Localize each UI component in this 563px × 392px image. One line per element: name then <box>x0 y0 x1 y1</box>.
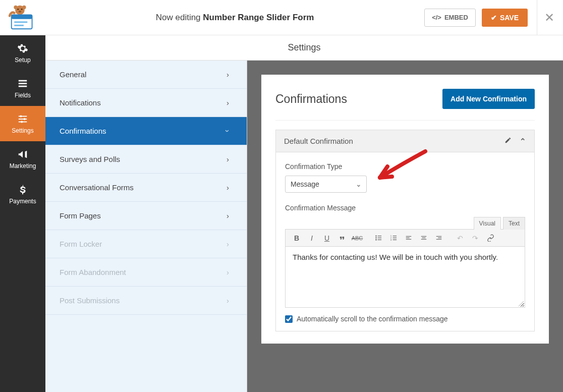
editor-toolbar: B I U ABC 123 ↶ ↷ <box>286 230 525 247</box>
check-icon: ✔ <box>491 14 497 22</box>
svg-rect-22 <box>377 238 381 238</box>
italic-button[interactable]: I <box>305 232 319 245</box>
sidebar-item-label: Surveys and Polls <box>60 155 120 163</box>
svg-rect-12 <box>19 85 27 87</box>
autoscroll-checkbox-row[interactable]: Automatically scroll to the confirmation… <box>285 315 525 323</box>
svg-point-16 <box>24 118 26 120</box>
sidebar-item-formlocker[interactable]: Form Locker › <box>45 230 247 258</box>
svg-rect-34 <box>421 236 427 236</box>
autoscroll-checkbox[interactable] <box>285 315 293 323</box>
form-name: Number Range Slider Form <box>203 13 314 22</box>
sidebar-item-surveys[interactable]: Surveys and Polls › <box>45 145 247 174</box>
sidebar-item-formpages[interactable]: Form Pages › <box>45 202 247 230</box>
save-button[interactable]: ✔ SAVE <box>482 9 528 27</box>
embed-button[interactable]: </> EMBED <box>424 9 476 27</box>
collapse-icon[interactable]: ⌃ <box>520 137 526 146</box>
svg-rect-36 <box>421 239 427 239</box>
align-right-button[interactable] <box>432 232 446 245</box>
list-icon <box>17 78 28 89</box>
editor-tab-visual[interactable]: Visual <box>474 217 501 230</box>
sidebar-item-conversational[interactable]: Conversational Forms › <box>45 174 247 202</box>
link-button[interactable] <box>483 232 497 245</box>
left-nav: Setup Fields Settings Marketing Payments <box>0 35 45 392</box>
svg-point-23 <box>375 239 377 241</box>
sidebar-item-label: Notifications <box>60 98 101 107</box>
svg-point-3 <box>19 11 22 13</box>
svg-rect-15 <box>19 119 27 120</box>
chevron-right-icon: › <box>227 240 229 248</box>
close-button[interactable]: ✕ <box>537 0 554 35</box>
add-confirmation-button[interactable]: Add New Confirmation <box>442 89 535 109</box>
svg-text:3: 3 <box>390 239 391 241</box>
sidebar-item-abandonment[interactable]: Form Abandonment › <box>45 258 247 287</box>
sidebar-item-label: Confirmations <box>60 127 106 135</box>
svg-rect-26 <box>392 236 397 236</box>
nav-setup[interactable]: Setup <box>0 35 45 71</box>
bullet-list-button[interactable] <box>371 232 385 245</box>
card-header: Confirmations Add New Confirmation <box>275 89 535 121</box>
main-content: Confirmations Add New Confirmation Defau… <box>247 61 563 392</box>
nav-fields[interactable]: Fields <box>0 71 45 106</box>
sidebar-item-label: Form Locker <box>60 240 102 248</box>
editing-prefix: Now editing <box>156 13 203 22</box>
svg-rect-32 <box>406 237 410 238</box>
chevron-down-icon: › <box>223 130 232 132</box>
sidebar-item-label: Form Pages <box>60 211 101 220</box>
svg-rect-24 <box>377 240 381 240</box>
quote-button[interactable] <box>335 232 349 245</box>
align-center-button[interactable] <box>417 232 431 245</box>
svg-rect-20 <box>377 236 381 236</box>
svg-rect-39 <box>436 239 442 239</box>
nav-settings[interactable]: Settings <box>0 106 45 141</box>
chevron-right-icon: › <box>227 98 229 107</box>
sidebar-item-general[interactable]: General › <box>45 61 247 89</box>
numbered-list-button[interactable]: 123 <box>386 232 401 245</box>
undo-button[interactable]: ↶ <box>453 232 467 245</box>
confirmation-item-header[interactable]: Default Confirmation ⌃ <box>276 130 534 152</box>
editing-title: Now editing Number Range Slider Form <box>45 13 424 23</box>
svg-rect-31 <box>406 236 412 236</box>
edit-icon[interactable] <box>504 137 512 146</box>
svg-rect-10 <box>19 80 27 81</box>
confirmation-item-body: Confirmation Type Message ⌄ Confirmation… <box>276 152 534 331</box>
confirmation-item-actions: ⌃ <box>504 137 526 146</box>
message-editor: B I U ABC 123 ↶ ↷ <box>285 229 525 308</box>
redo-button[interactable]: ↷ <box>468 232 482 245</box>
chevron-right-icon: › <box>227 211 229 220</box>
header-actions: </> EMBED ✔ SAVE ✕ <box>424 0 563 35</box>
nav-payments[interactable]: Payments <box>0 177 45 212</box>
sidebar-item-confirmations[interactable]: Confirmations › <box>45 117 247 145</box>
align-left-button[interactable] <box>402 232 416 245</box>
editor-tab-text[interactable]: Text <box>503 217 525 230</box>
gear-icon <box>17 43 28 54</box>
confirmation-type-select[interactable]: Message <box>285 176 367 193</box>
sidebar-item-label: Post Submissions <box>60 296 120 305</box>
chevron-right-icon: › <box>227 70 229 79</box>
resize-handle-icon[interactable] <box>519 301 524 306</box>
svg-rect-28 <box>392 238 397 238</box>
svg-point-4 <box>14 5 17 9</box>
svg-point-14 <box>20 115 22 117</box>
chevron-right-icon: › <box>227 296 229 305</box>
confirmation-type-select-wrap: Message ⌄ <box>285 176 367 193</box>
strikethrough-button[interactable]: ABC <box>350 232 364 245</box>
autoscroll-label: Automatically scroll to the confirmation… <box>297 315 448 323</box>
bold-button[interactable]: B <box>290 232 304 245</box>
svg-point-18 <box>21 121 23 123</box>
editor-textarea[interactable]: Thanks for contacting us! We will be in … <box>286 247 525 307</box>
sidebar-item-label: Conversational Forms <box>60 183 134 192</box>
chevron-right-icon: › <box>227 155 229 163</box>
editor-tabs: Visual Text <box>285 217 525 230</box>
nav-marketing[interactable]: Marketing <box>0 141 45 177</box>
header: Now editing Number Range Slider Form </>… <box>0 0 563 35</box>
sidebar-item-notifications[interactable]: Notifications › <box>45 89 247 117</box>
underline-button[interactable]: U <box>320 232 334 245</box>
chevron-right-icon: › <box>227 268 229 276</box>
confirmation-type-label: Confirmation Type <box>285 162 525 171</box>
close-icon: ✕ <box>544 11 554 25</box>
svg-point-5 <box>22 5 26 9</box>
card-title: Confirmations <box>275 92 347 106</box>
dollar-icon <box>17 184 28 195</box>
sidebar-item-postsubmissions[interactable]: Post Submissions › <box>45 287 247 315</box>
app-logo <box>0 0 45 35</box>
